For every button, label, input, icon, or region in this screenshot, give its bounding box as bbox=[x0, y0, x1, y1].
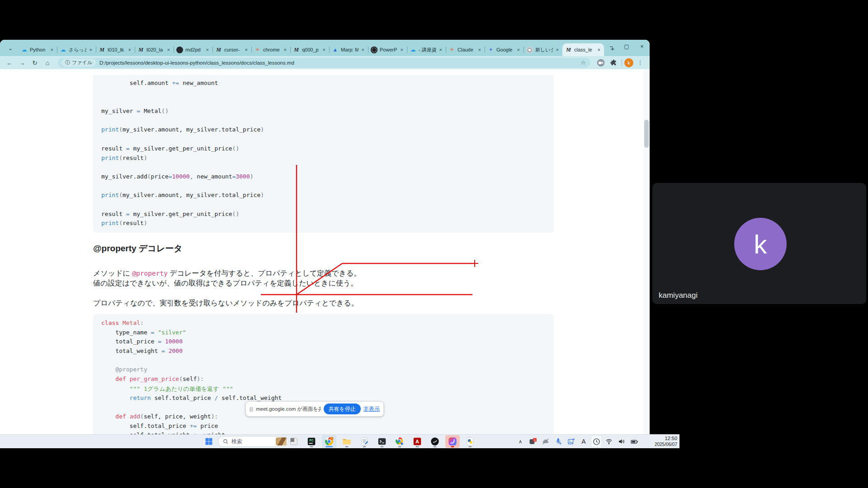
taskbar-explorer-icon[interactable] bbox=[340, 435, 354, 448]
toolbar-divider bbox=[622, 59, 622, 66]
tab-q000_p[interactable]: Mq000_p× bbox=[290, 43, 329, 56]
tab-close-icon[interactable]: × bbox=[516, 47, 521, 52]
code-line: @property bbox=[101, 366, 547, 375]
svg-text:1: 1 bbox=[534, 438, 536, 441]
tab-close-icon[interactable]: × bbox=[166, 47, 171, 52]
restore-button[interactable]: ▢ bbox=[619, 40, 634, 53]
close-button[interactable]: × bbox=[634, 40, 650, 53]
search-label: 検索 bbox=[231, 438, 273, 446]
tab-Claude[interactable]: ✳Claude× bbox=[446, 43, 485, 56]
code-line bbox=[101, 117, 547, 127]
taskbar-copilot-icon[interactable] bbox=[445, 435, 460, 448]
participant-tile[interactable]: k kamiyanagi bbox=[652, 183, 866, 304]
tab-label: Marp: M bbox=[341, 47, 359, 52]
chip-label: ファイル bbox=[72, 59, 92, 66]
ime-a-icon[interactable]: A bbox=[579, 436, 589, 447]
taskbar-pdf-icon[interactable]: A bbox=[410, 435, 425, 448]
wifi-icon[interactable] bbox=[604, 436, 614, 447]
code-line: print(result) bbox=[101, 155, 547, 164]
volume-icon[interactable] bbox=[617, 436, 627, 447]
taskbar-terminal-icon[interactable] bbox=[375, 435, 389, 448]
screenshot-icon[interactable] bbox=[566, 436, 576, 447]
tab-close-icon[interactable]: × bbox=[127, 47, 132, 52]
browser-menu-icon[interactable]: ⋮ bbox=[634, 57, 646, 68]
code-line: class Metal: bbox=[101, 319, 547, 329]
taskbar: 検索 PCA ∧1A 12:50 2025/06/07 bbox=[0, 434, 679, 448]
address-bar[interactable]: ⓘ ファイル D:/projects/lessons/desktop-ui-le… bbox=[58, 58, 590, 68]
search-daily-image[interactable] bbox=[276, 437, 287, 446]
tab-close-icon[interactable]: × bbox=[439, 47, 443, 52]
tab-close-icon[interactable]: × bbox=[50, 47, 54, 52]
tab-close-icon[interactable]: × bbox=[205, 47, 210, 52]
notification-badge-icon[interactable]: 1 bbox=[528, 436, 538, 447]
tab-さらっと学[interactable]: ☁さらっと学× bbox=[57, 43, 96, 56]
file-scheme-chip[interactable]: ⓘ ファイル bbox=[61, 59, 96, 67]
tab-t010_tk[interactable]: Mt010_tk× bbox=[96, 43, 135, 56]
scrollbar[interactable] bbox=[643, 69, 650, 434]
stop-sharing-button[interactable]: 共有を停止 bbox=[324, 404, 361, 414]
onedrive-off-icon[interactable] bbox=[541, 436, 551, 447]
tab-Python[interactable]: ☁Python× bbox=[18, 43, 57, 56]
taskbar-dark-app-icon[interactable] bbox=[428, 435, 442, 448]
chrome-gray-icon bbox=[526, 47, 533, 53]
battery-icon[interactable] bbox=[629, 436, 639, 447]
tab-md2pd[interactable]: md2pd× bbox=[174, 43, 212, 56]
cloud-icon: ☁ bbox=[410, 47, 416, 53]
taskbar-gray-app-icon[interactable] bbox=[287, 435, 301, 448]
cloud-icon: ☁ bbox=[60, 47, 66, 53]
bookmark-star-icon[interactable]: ☆ bbox=[580, 59, 587, 66]
tab-class_le[interactable]: Mclass_le× bbox=[562, 43, 604, 56]
reload-icon[interactable]: ↻ bbox=[29, 57, 41, 68]
url-text[interactable]: D:/projects/lessons/desktop-ui-lessons-p… bbox=[99, 60, 580, 66]
claude-icon: ✳ bbox=[448, 47, 455, 53]
tab-close-icon[interactable]: × bbox=[400, 47, 404, 52]
taskbar-clock[interactable]: 12:50 2025/06/07 bbox=[647, 436, 677, 447]
code-line: my_silver.add(price=10000, new_amount=30… bbox=[101, 173, 547, 183]
back-icon[interactable]: ← bbox=[4, 57, 15, 68]
tab-- 講座資[interactable]: ☁- 講座資× bbox=[407, 43, 446, 56]
tab-close-icon[interactable]: × bbox=[597, 47, 601, 52]
tab-chrome[interactable]: ✳chrome× bbox=[251, 43, 290, 56]
taskbar-search[interactable]: 検索 bbox=[218, 436, 288, 447]
taskbar-chrome-blue-icon[interactable] bbox=[392, 435, 407, 448]
home-icon[interactable]: ⌂ bbox=[42, 57, 53, 68]
tab-close-icon[interactable]: × bbox=[244, 47, 249, 52]
extensions-puzzle-icon[interactable] bbox=[608, 57, 619, 68]
media-capture-icon[interactable] bbox=[595, 57, 607, 68]
tab-Marp: M[interactable]: ▲Marp: M× bbox=[329, 43, 368, 56]
code-line: def per_gram_price(self): bbox=[101, 375, 547, 385]
tab-Google[interactable]: ✦Google× bbox=[485, 43, 524, 56]
tab-close-icon[interactable]: × bbox=[89, 47, 93, 52]
tab-close-icon[interactable]: × bbox=[361, 47, 365, 52]
taskbar-pycharm-icon[interactable]: PC bbox=[304, 435, 319, 448]
taskbar-notepad-icon[interactable] bbox=[357, 435, 372, 448]
start-button[interactable] bbox=[202, 436, 216, 447]
taskbar-python-file-icon[interactable] bbox=[463, 435, 477, 448]
inline-code: @property bbox=[132, 270, 168, 277]
markdown-m-icon: M bbox=[215, 47, 222, 53]
tab-close-icon[interactable]: × bbox=[477, 47, 482, 52]
tab-t020_la[interactable]: Mt020_la× bbox=[135, 43, 174, 56]
system-tray: ∧1A bbox=[515, 435, 639, 448]
clock-app-icon[interactable] bbox=[591, 436, 601, 447]
tab-search-chevron-icon[interactable]: ⌄ bbox=[5, 42, 16, 54]
mic-icon[interactable] bbox=[553, 436, 563, 447]
scrollbar-thumb[interactable] bbox=[644, 120, 649, 148]
tab-PowerP[interactable]: PowerP× bbox=[368, 43, 407, 56]
clock-time: 12:50 bbox=[647, 436, 677, 441]
code-line: total_weight = 2000 bbox=[101, 347, 547, 357]
taskbar-chrome-icon[interactable] bbox=[322, 435, 336, 448]
minimize-button[interactable]: – bbox=[604, 40, 619, 53]
tab-label: chrome bbox=[263, 47, 281, 52]
forward-icon[interactable]: → bbox=[16, 57, 28, 68]
tab-close-icon[interactable]: × bbox=[283, 47, 288, 52]
tab-close-icon[interactable]: × bbox=[555, 47, 560, 52]
pause-icon[interactable]: || bbox=[250, 406, 253, 412]
chevron-up-icon[interactable]: ∧ bbox=[515, 436, 525, 447]
tab-close-icon[interactable]: × bbox=[322, 47, 326, 52]
tab-新しいタ[interactable]: 新しいタ× bbox=[524, 43, 562, 56]
tab-cursor-[interactable]: Mcursor-× bbox=[212, 43, 251, 56]
hide-banner-link[interactable]: 非表示 bbox=[363, 405, 380, 413]
participant-avatar: k bbox=[734, 218, 787, 270]
profile-avatar[interactable]: k bbox=[624, 58, 633, 67]
